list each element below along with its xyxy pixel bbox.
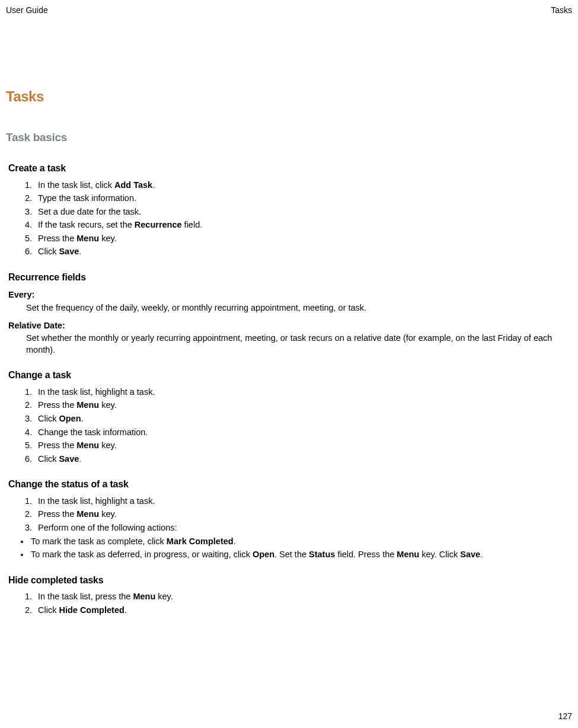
step: Click Save. — [34, 454, 572, 465]
step: In the task list, click Add Task. — [34, 180, 572, 191]
h3-recurrence-fields: Recurrence fields — [8, 271, 572, 284]
step: Press the Menu key. — [34, 400, 572, 411]
h2-task-basics: Task basics — [6, 130, 572, 145]
h3-change-status: Change the status of a task — [8, 478, 572, 491]
step: Type the task information. — [34, 193, 572, 205]
dt-relative-date: Relative Date: — [8, 320, 572, 332]
bullet: To mark the task as deferred, in progres… — [30, 549, 572, 561]
h3-hide-completed: Hide completed tasks — [8, 574, 572, 587]
step: Click Open. — [34, 413, 572, 425]
change-status-bullets: To mark the task as complete, click Mark… — [6, 536, 572, 561]
dd-every: Set the frequency of the daily, weekly, … — [26, 302, 572, 314]
step: In the task list, highlight a task. — [34, 387, 572, 398]
recurrence-definition-list: Every: Set the frequency of the daily, w… — [8, 289, 572, 356]
dt-every: Every: — [8, 289, 572, 301]
header-left: User Guide — [6, 5, 48, 16]
create-task-steps: In the task list, click Add Task. Type t… — [6, 180, 572, 258]
step: Set a due date for the task. — [34, 206, 572, 218]
bullet: To mark the task as complete, click Mark… — [30, 536, 572, 548]
page: User Guide Tasks Tasks Task basics Creat… — [0, 0, 578, 728]
page-header: User Guide Tasks — [6, 5, 572, 16]
hide-completed-steps: In the task list, press the Menu key. Cl… — [6, 591, 572, 616]
step: If the task recurs, set the Recurrence f… — [34, 219, 572, 231]
step: Press the Menu key. — [34, 440, 572, 452]
step: In the task list, highlight a task. — [34, 496, 572, 507]
h1-tasks: Tasks — [6, 87, 572, 106]
step: Change the task information. — [34, 427, 572, 439]
change-status-steps: In the task list, highlight a task. Pres… — [6, 496, 572, 534]
step: Click Hide Completed. — [34, 605, 572, 617]
step: Press the Menu key. — [34, 509, 572, 521]
step: Press the Menu key. — [34, 233, 572, 245]
step: Click Save. — [34, 246, 572, 258]
header-right: Tasks — [551, 5, 572, 16]
dd-relative-date: Set whether the monthly or yearly recurr… — [26, 333, 572, 356]
step: Perform one of the following actions: — [34, 522, 572, 534]
h3-change-task: Change a task — [8, 369, 572, 382]
page-number: 127 — [558, 711, 572, 722]
h3-create-task: Create a task — [8, 162, 572, 175]
change-task-steps: In the task list, highlight a task. Pres… — [6, 387, 572, 465]
step: In the task list, press the Menu key. — [34, 591, 572, 603]
